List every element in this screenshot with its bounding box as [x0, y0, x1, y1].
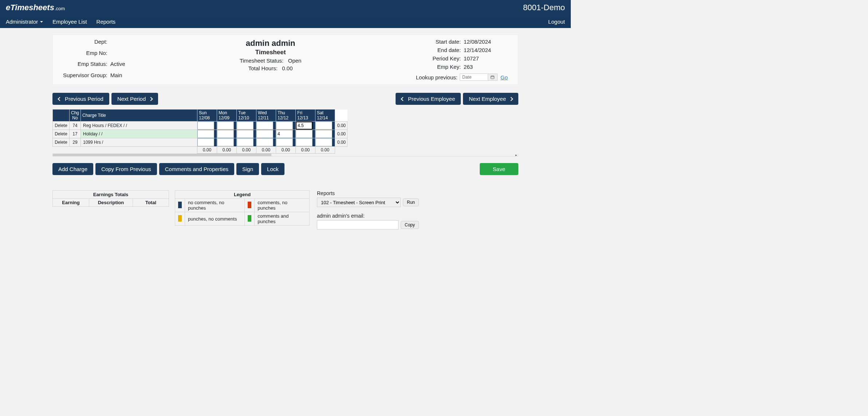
- start-date-label: Start date:: [416, 39, 461, 45]
- col-earning: Earning: [53, 199, 89, 207]
- hours-input[interactable]: [237, 138, 254, 146]
- hours-input[interactable]: [276, 122, 293, 130]
- day-total: 0.00: [256, 147, 276, 154]
- status-flag-icon[interactable]: [214, 138, 217, 146]
- total-hours-value: 0.00: [282, 65, 292, 71]
- lookup-go-link[interactable]: Go: [500, 74, 508, 80]
- status-flag-icon[interactable]: [254, 122, 256, 130]
- horizontal-scrollbar[interactable]: ▸: [52, 154, 518, 157]
- previous-employee-button[interactable]: Previous Employee: [396, 93, 461, 105]
- day-total: 0.00: [237, 147, 256, 154]
- save-button[interactable]: Save: [480, 163, 518, 175]
- previous-period-button[interactable]: Previous Period: [52, 93, 109, 105]
- copy-from-previous-button[interactable]: Copy From Previous: [95, 163, 157, 175]
- total-hours-label: Total Hours:: [248, 65, 278, 71]
- status-flag-icon[interactable]: [273, 138, 276, 146]
- empno-label: Emp No:: [63, 50, 107, 59]
- status-flag-icon[interactable]: [313, 130, 315, 138]
- nav-logout[interactable]: Logout: [548, 19, 565, 25]
- hours-input[interactable]: [217, 122, 234, 130]
- col-day: Wed12/11: [256, 110, 276, 122]
- status-flag-icon[interactable]: [332, 130, 335, 138]
- charge-title-cell[interactable]: 1099 Hrs /: [81, 138, 197, 147]
- charge-title-cell[interactable]: Reg Hours / FEDEX / /: [81, 122, 197, 130]
- lock-button[interactable]: Lock: [261, 163, 284, 175]
- status-flag-icon[interactable]: [214, 122, 217, 130]
- timesheet-status-label: Timesheet Status:: [240, 58, 283, 64]
- hours-input[interactable]: [256, 122, 273, 130]
- hours-input[interactable]: [197, 138, 214, 146]
- previous-employee-label: Previous Employee: [408, 96, 455, 102]
- email-input[interactable]: [317, 220, 398, 230]
- status-flag-icon[interactable]: [234, 130, 236, 138]
- legend-header: Legend: [175, 191, 310, 199]
- status-flag-icon[interactable]: [313, 122, 315, 130]
- scroll-thumb[interactable]: [53, 154, 271, 156]
- hours-input[interactable]: [276, 138, 293, 146]
- row-total: 0.00: [335, 122, 347, 130]
- table-row: Delete291099 Hrs /0.00: [53, 138, 347, 147]
- hours-input[interactable]: [256, 130, 273, 138]
- day-total: 0.00: [315, 147, 335, 154]
- status-flag-icon[interactable]: [332, 138, 335, 146]
- hours-input[interactable]: [197, 130, 214, 138]
- logo-suffix: .com: [55, 6, 65, 11]
- employee-name: admin admin: [240, 39, 302, 48]
- logo-text: eTimesheets: [6, 3, 54, 12]
- status-flag-icon[interactable]: [234, 138, 236, 146]
- delete-link[interactable]: Delete: [53, 122, 70, 130]
- chevron-right-icon: [149, 97, 153, 101]
- delete-link[interactable]: Delete: [53, 138, 70, 147]
- hours-input[interactable]: [296, 138, 313, 146]
- calendar-button[interactable]: [488, 74, 498, 81]
- run-report-button[interactable]: Run: [403, 198, 419, 206]
- status-flag-icon[interactable]: [234, 122, 236, 130]
- hours-input[interactable]: [217, 138, 234, 146]
- hours-input[interactable]: [256, 138, 273, 146]
- delete-link[interactable]: Delete: [53, 130, 70, 138]
- hours-input[interactable]: [237, 130, 254, 138]
- status-flag-icon[interactable]: [273, 122, 276, 130]
- next-period-button[interactable]: Next Period: [111, 93, 158, 105]
- hours-input[interactable]: [315, 130, 332, 138]
- day-total: 0.00: [296, 147, 315, 154]
- status-flag-icon[interactable]: [293, 138, 295, 146]
- chevron-left-icon: [401, 97, 405, 101]
- timesheet-status-value: Open: [288, 58, 302, 64]
- status-flag-icon[interactable]: [293, 122, 295, 130]
- start-date-value: 12/08/2024: [463, 39, 508, 45]
- add-charge-button[interactable]: Add Charge: [52, 163, 93, 175]
- hours-input[interactable]: [276, 130, 293, 138]
- hours-input[interactable]: [197, 122, 214, 130]
- comments-properties-button[interactable]: Comments and Properties: [159, 163, 234, 175]
- col-day: Tue12/10: [237, 110, 256, 122]
- status-flag-icon[interactable]: [293, 130, 295, 138]
- hours-input[interactable]: [296, 130, 313, 138]
- hours-input[interactable]: [217, 130, 234, 138]
- nav-reports[interactable]: Reports: [97, 19, 116, 25]
- nav-employee-list[interactable]: Employee List: [52, 19, 87, 25]
- hours-input[interactable]: [296, 122, 313, 130]
- lookup-previous-label: Lookup previous:: [416, 74, 457, 80]
- row-total: 0.00: [335, 130, 347, 138]
- status-flag-icon[interactable]: [273, 130, 276, 138]
- chevron-right-icon: [509, 97, 513, 101]
- status-flag-icon[interactable]: [254, 130, 256, 138]
- sign-button[interactable]: Sign: [236, 163, 259, 175]
- status-flag-icon[interactable]: [332, 122, 335, 130]
- status-flag-icon[interactable]: [254, 138, 256, 146]
- table-row: Delete17Holiday / /0.00: [53, 130, 347, 138]
- hours-input[interactable]: [315, 122, 332, 130]
- status-flag-icon[interactable]: [214, 130, 217, 138]
- lookup-date-input[interactable]: [460, 74, 488, 81]
- report-select[interactable]: 102 - Timesheet - Screen Print: [317, 198, 401, 207]
- charge-title-cell[interactable]: Holiday / /: [81, 130, 197, 138]
- caret-down-icon: [40, 21, 43, 23]
- hours-input[interactable]: [237, 122, 254, 130]
- status-flag-icon[interactable]: [313, 138, 315, 146]
- hours-input[interactable]: [315, 138, 332, 146]
- copy-email-button[interactable]: Copy: [401, 221, 419, 229]
- legend-table: Legend no comments, no punchescomments, …: [175, 190, 310, 226]
- next-employee-button[interactable]: Next Employee: [463, 93, 518, 105]
- nav-administrator[interactable]: Administrator: [6, 19, 43, 25]
